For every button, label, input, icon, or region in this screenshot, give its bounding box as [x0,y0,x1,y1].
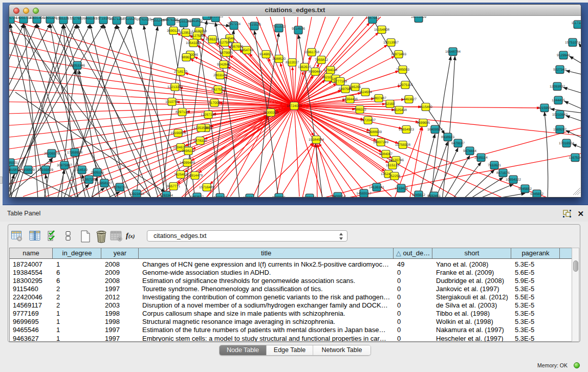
svg-text:7463822: 7463822 [189,19,203,23]
svg-text:8427552: 8427552 [211,88,225,92]
svg-text:16154808: 16154808 [374,28,389,32]
svg-text:9777169: 9777169 [334,80,347,83]
svg-text:9227342: 9227342 [553,68,567,72]
svg-text:3915811: 3915811 [9,168,20,172]
svg-text:15720407: 15720407 [360,119,376,122]
svg-text:9657771: 9657771 [167,185,180,188]
svg-text:9218506: 9218506 [292,27,305,31]
svg-text:8471676: 8471676 [496,171,510,175]
svg-text:21364436: 21364436 [342,98,358,101]
svg-text:6479197: 6479197 [451,142,465,145]
svg-text:1362615: 1362615 [298,65,311,69]
svg-text:9146821: 9146821 [259,53,273,56]
svg-text:6466160: 6466160 [83,17,97,20]
svg-text:10807487: 10807487 [371,97,386,100]
svg-text:114519: 114519 [76,168,88,172]
svg-text:98961: 98961 [182,56,191,59]
svg-text:10654122: 10654122 [506,178,521,182]
svg-text:9127509: 9127509 [190,34,204,38]
svg-text:16409514: 16409514 [330,195,345,197]
svg-text:8454749: 8454749 [240,49,253,52]
svg-text:1292344: 1292344 [160,194,173,197]
svg-text:14099489: 14099489 [180,161,195,165]
svg-text:7515525: 7515525 [248,23,261,27]
svg-text:9129946: 9129946 [557,54,570,57]
svg-text:15716485: 15716485 [199,186,214,189]
svg-text:7955812: 7955812 [315,58,328,62]
svg-text:8990448: 8990448 [309,70,322,74]
svg-text:17359938: 17359938 [67,151,82,155]
svg-text:16654923: 16654923 [399,128,414,132]
svg-text:9084067: 9084067 [379,152,393,156]
svg-text:9699644: 9699644 [243,196,256,197]
svg-text:14463627: 14463627 [401,98,417,101]
svg-text:20691406: 20691406 [29,16,45,20]
svg-text:10973493: 10973493 [391,53,406,56]
svg-text:2505115: 2505115 [91,171,104,174]
svg-text:8215955: 8215955 [538,106,551,110]
svg-text:8297130: 8297130 [176,111,189,114]
svg-text:252254: 252254 [389,174,401,178]
svg-text:10025438: 10025438 [391,108,407,112]
svg-text:1588520: 1588520 [272,57,286,61]
svg-text:2935114: 2935114 [474,156,488,160]
svg-text:3690128: 3690128 [167,29,180,33]
svg-text:9463627: 9463627 [190,195,204,197]
svg-text:6497568: 6497568 [339,87,352,91]
svg-text:8322037: 8322037 [286,61,299,64]
svg-text:10543362: 10543362 [186,41,201,45]
svg-text:9245652: 9245652 [530,192,543,196]
svg-text:9245612: 9245612 [412,193,425,197]
svg-text:30975887: 30975887 [57,164,72,167]
svg-text:9474444: 9474444 [463,149,476,153]
svg-text:15751074: 15751074 [565,41,580,45]
svg-text:10653267: 10653267 [56,17,71,20]
svg-text:16033809: 16033809 [411,16,426,19]
svg-text:9127508: 9127508 [218,41,231,45]
svg-text:18807249: 18807249 [373,141,388,144]
svg-text:9777169: 9777169 [303,196,316,197]
svg-text:16033809: 16033809 [208,16,223,18]
svg-text:1615132: 1615132 [386,164,399,167]
svg-text:16782759: 16782759 [112,186,127,189]
svg-text:62160: 62160 [385,102,395,106]
svg-text:12213383: 12213383 [167,85,183,89]
svg-text:8938923: 8938923 [441,136,454,139]
svg-text:1569297: 1569297 [553,128,567,132]
svg-text:9699695: 9699695 [272,196,286,197]
svg-text:8692451: 8692451 [427,194,441,197]
svg-text:9465546: 9465546 [213,196,227,197]
svg-text:3624554: 3624554 [359,91,372,94]
svg-text:29053346: 29053346 [70,64,85,68]
svg-text:10961758: 10961758 [304,51,319,54]
svg-text:14136141: 14136141 [369,186,384,189]
svg-text:6794028: 6794028 [324,69,337,72]
svg-text:2087662: 2087662 [366,16,379,20]
svg-text:16648784: 16648784 [445,50,461,54]
svg-text:9242848: 9242848 [217,63,230,67]
svg-text:12093832: 12093832 [550,85,565,89]
svg-text:2718170: 2718170 [174,70,187,74]
svg-text:19384554: 19384554 [309,138,324,142]
svg-text:17016504: 17016504 [559,142,574,145]
svg-text:12975115: 12975115 [398,83,413,87]
svg-text:16914479: 16914479 [187,174,203,178]
svg-text:10756928: 10756928 [395,143,410,147]
svg-text:5875685: 5875685 [220,51,233,55]
svg-text:1065326: 1065326 [43,16,57,20]
svg-text:12353594: 12353594 [193,126,209,130]
svg-text:1117342: 1117342 [571,21,581,25]
svg-text:7551552: 7551552 [272,25,286,29]
svg-text:12213967: 12213967 [383,41,399,45]
svg-text:17957223: 17957223 [81,178,97,182]
svg-text:417006: 417006 [209,101,221,105]
svg-text:1167534: 1167534 [569,156,581,160]
svg-text:16671358: 16671358 [109,17,124,21]
svg-text:13267130: 13267130 [201,113,216,117]
svg-text:7625402: 7625402 [174,173,187,177]
svg-text:9498222: 9498222 [182,149,195,153]
svg-text:12156829: 12156829 [38,168,53,172]
svg-text:16763115: 16763115 [136,18,151,21]
svg-text:1527602: 1527602 [70,17,83,20]
svg-text:16409514: 16409514 [427,128,443,132]
